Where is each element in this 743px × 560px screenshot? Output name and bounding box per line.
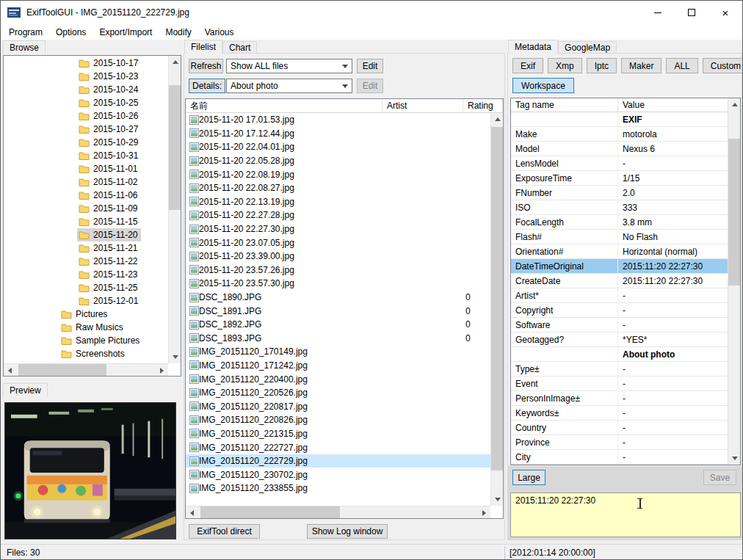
details-combo[interactable]: About photo [226,79,352,93]
metadata-row[interactable]: EXIF [511,112,728,127]
metadata-row[interactable]: Country - [511,421,728,435]
tree-item[interactable]: 2015-10-24 [4,83,168,96]
menu-item[interactable]: Various [198,25,241,40]
metadata-row[interactable]: CreateDate 2015:11:20 22:27:30 [511,274,728,288]
filelist-hscroll-thumb[interactable] [200,506,340,519]
file-row[interactable]: DSC_1892.JPG 0 [186,318,490,332]
file-row[interactable]: 2015-11-20 22.13.19.jpg [186,195,490,209]
column-header-rating[interactable]: Rating [463,99,503,112]
metadata-row[interactable]: Flash# No Flash [511,230,728,244]
filelist-scroll-left-arrow[interactable] [186,506,198,519]
menu-item[interactable]: Program [2,25,49,40]
tree-item[interactable]: 2015-11-25 [4,281,168,294]
metadata-row[interactable]: Province - [511,435,728,450]
file-row[interactable]: 2015-11-20 22.27.30.jpg [186,222,490,236]
metadata-row[interactable]: Copyright - [511,303,728,318]
tree-item[interactable]: 2015-11-21 [4,241,168,255]
metadata-filter-button[interactable]: Xmp [548,58,582,73]
file-row[interactable]: 2015-11-20 22.04.01.jpg [186,140,490,154]
metadata-scroll-up-arrow[interactable] [728,98,741,111]
column-header-tag-name[interactable]: Tag name [511,98,618,112]
file-row[interactable]: 2015-11-20 23.07.05.jpg [186,236,490,250]
tree-item[interactable]: 2015-11-06 [4,189,168,202]
details-button[interactable]: Details: [189,79,225,93]
tree-item[interactable]: 2015-10-26 [4,109,168,123]
metadata-row[interactable]: DateTimeOriginal 2015:11:20 22:27:30 [511,259,728,274]
metadata-tab[interactable]: GoogleMap [558,41,617,54]
metadata-filter-button[interactable]: Exif [512,58,543,73]
metadata-filter-button[interactable]: Custom [703,58,743,73]
refresh-button[interactable]: Refresh [189,59,223,73]
metadata-tab[interactable]: Metadata [508,40,558,54]
tree-item[interactable]: 2015-11-22 [4,255,168,268]
tree-item[interactable]: 2015-11-23 [4,268,168,281]
tree-item[interactable]: Pictures [4,308,168,321]
tree-item[interactable]: Screenshots [4,347,168,360]
metadata-row[interactable]: Software - [511,318,728,332]
file-row[interactable]: IMG_20151120_233855.jpg [186,481,490,495]
tree-item[interactable]: Raw Musics [4,321,168,334]
metadata-row[interactable]: FocalLength 3.8 mm [511,215,728,230]
filelist-tab[interactable]: Filelist [184,40,222,54]
filelist-horizontal-scrollbar[interactable] [186,506,490,518]
file-filter-combo[interactable]: Show ALL files [226,59,352,73]
metadata-row[interactable]: City - [511,450,728,465]
tree-item[interactable]: 2015-11-20 [4,228,168,241]
metadata-row[interactable]: Event - [511,377,728,391]
file-row[interactable]: IMG_20151120_220400.jpg [186,372,490,386]
file-row[interactable]: IMG_20151120_222727.jpg [186,440,490,454]
tree-item[interactable]: 2015-10-31 [4,149,168,162]
metadata-row[interactable]: Model Nexus 6 [511,142,728,156]
tree-item[interactable]: 2015-10-17 [4,57,168,70]
tree-item[interactable]: 2015-11-02 [4,175,168,189]
exiftool-direct-button[interactable]: ExifTool direct [189,524,260,539]
file-row[interactable]: 2015-11-20 23.39.00.jpg [186,250,490,263]
maximize-button[interactable] [675,1,708,24]
file-row[interactable]: 2015-11-20 17.12.44.jpg [186,127,490,141]
file-row[interactable]: IMG_20151120_221315.jpg [186,427,490,441]
menu-item[interactable]: Export/Import [93,25,159,40]
minimize-button[interactable] [641,1,675,24]
metadata-row[interactable]: Orientation# Horizontal (normal) [511,244,728,259]
tab-browse[interactable]: Browse [3,40,46,54]
tree-vertical-scrollbar[interactable] [168,56,181,363]
column-header-artist[interactable]: Artist [383,99,463,112]
metadata-filter-button[interactable]: Maker [621,58,662,73]
filelist-tab[interactable]: Chart [222,41,257,54]
tree-item[interactable]: 2015-12-01 [4,294,168,308]
tree-hscroll-thumb[interactable] [18,364,106,377]
metadata-row[interactable]: ISO 333 [511,200,728,215]
tree-item[interactable]: Sample Pictures [4,334,168,347]
file-row[interactable]: 2015-11-20 23.57.26.jpg [186,263,490,277]
large-button[interactable]: Large [512,470,546,485]
metadata-row[interactable]: Keywords± - [511,406,728,421]
tree-scroll-right-arrow[interactable] [156,364,168,377]
file-row[interactable]: 2015-11-20 23.57.30.jpg [186,277,490,291]
file-row[interactable]: 2015-11-20 22.27.28.jpg [186,208,490,222]
file-row[interactable]: IMG_20151120_230702.jpg [186,468,490,481]
menu-item[interactable]: Options [49,25,93,40]
file-row[interactable]: IMG_20151120_220526.jpg [186,386,490,400]
menu-item[interactable]: Modify [159,25,197,40]
file-row[interactable]: 2015-11-20 17.01.53.jpg [186,113,490,127]
filelist-scroll-down-arrow[interactable] [491,493,504,506]
metadata-row[interactable]: FNumber 2.0 [511,186,728,200]
tree-scroll-up-arrow[interactable] [169,56,181,68]
filelist-scroll-up-arrow[interactable] [491,113,504,126]
metadata-row[interactable]: Artist* - [511,288,728,303]
metadata-row[interactable]: PersonInImage± - [511,391,728,406]
close-button[interactable]: × [708,1,742,24]
chevron-down-icon[interactable] [338,79,352,92]
tree-item[interactable]: 2015-11-15 [4,215,168,228]
tab-preview[interactable]: Preview [3,383,48,397]
tree-item[interactable]: 2015-11-01 [4,162,168,175]
metadata-filter-button[interactable]: Iptc [587,58,617,73]
file-row[interactable]: 2015-11-20 22.08.27.jpg [186,181,490,195]
tree-item[interactable]: 2015-10-25 [4,96,168,109]
file-row[interactable]: DSC_1891.JPG 0 [186,304,490,318]
file-row[interactable]: 2015-11-20 22.08.19.jpg [186,167,490,181]
file-row[interactable]: 2015-11-20 22.05.28.jpg [186,154,490,168]
tree-scroll-thumb[interactable] [169,85,181,210]
file-row[interactable]: DSC_1893.JPG 0 [186,332,490,346]
file-row[interactable]: IMG_20151120_220826.jpg [186,413,490,427]
